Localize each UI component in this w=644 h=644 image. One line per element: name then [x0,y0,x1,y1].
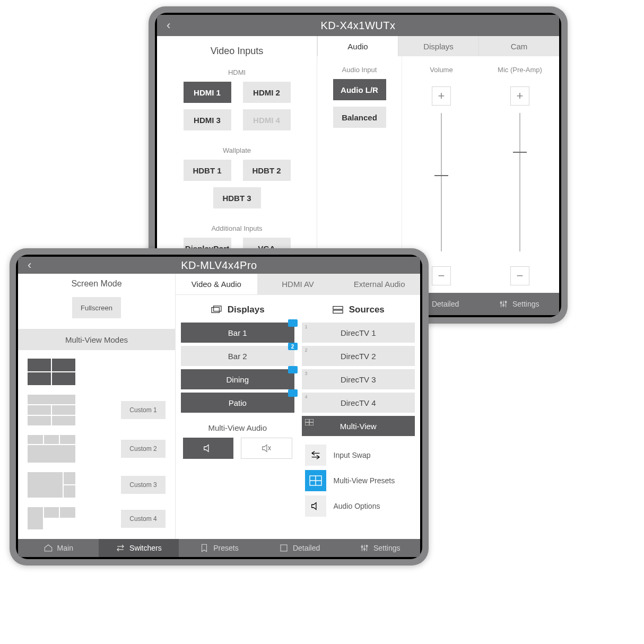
nav-main[interactable]: Main [18,539,99,557]
hdbt-1-button[interactable]: HDBT 1 [184,160,231,181]
svg-rect-4 [212,308,219,313]
hdmi-1-button[interactable]: HDMI 1 [184,82,231,103]
mic-minus-button[interactable]: − [510,266,529,285]
tab-cam[interactable]: Cam [478,36,559,56]
tab-hdmi-av[interactable]: HDMI AV [257,274,339,294]
tabs-front: Video & Audio HDMI AV External Audio [176,274,420,295]
src-idx: 3 [305,371,308,376]
num-badge: 2 [288,343,298,350]
source-label: Multi-View [340,422,377,431]
volume-slider[interactable] [441,113,442,251]
volume-label: Volume [430,66,452,74]
display-label: Bar 1 [228,328,247,337]
nav-settings[interactable]: Settings [340,539,420,557]
display-patio[interactable]: Patio [181,393,294,413]
fullscreen-button[interactable]: Fullscreen [72,297,121,318]
hdbt-3-button[interactable]: HDBT 3 [213,187,261,208]
source-directv3[interactable]: 3DirecTV 3 [302,369,415,389]
wallplate-label: Wallplate [223,146,251,154]
mic-slider[interactable] [519,113,520,251]
input-swap-row[interactable]: Input Swap [302,442,415,468]
source-label: DirecTV 3 [341,375,376,384]
nav-switchers-label: Switchers [129,544,162,552]
source-label: DirecTV 4 [341,398,376,407]
back-icon[interactable]: ‹ [28,258,31,272]
tab-external-audio[interactable]: External Audio [338,274,420,294]
sources-col: Sources 1DirecTV 1 2DirecTV 2 3DirecTV 3… [302,304,415,534]
nav-detailed[interactable]: Detailed [259,539,340,557]
content-front: Screen Mode Fullscreen Multi-View Modes … [18,274,420,539]
display-bar2[interactable]: Bar 22 [181,346,294,366]
nav-presets[interactable]: Presets [179,539,259,557]
nav-detailed-label: Detailed [432,300,459,308]
mic-thumb[interactable] [513,152,527,153]
displays-header-label: Displays [228,304,265,315]
svg-rect-10 [281,545,287,551]
plus-icon: + [438,89,445,103]
volume-minus-button[interactable]: − [432,266,451,285]
nav-main-label: Main [57,544,73,552]
sliders-icon [499,299,508,309]
titlebar-back: ‹ KD-X4x1WUTx [157,15,559,36]
nav-settings-back[interactable]: Settings [478,293,559,315]
speaker-mute-icon [260,442,272,454]
source-multiview[interactable]: Multi-View [302,416,415,436]
mv-preset-b[interactable] [28,435,75,463]
display-label: Dining [226,375,249,384]
source-directv1[interactable]: 1DirecTV 1 [302,323,415,343]
display-dining[interactable]: Dining [181,369,294,389]
tab-displays[interactable]: Displays [398,36,478,56]
balanced-button[interactable]: Balanced [333,107,386,128]
source-directv2[interactable]: 2DirecTV 2 [302,346,415,366]
mv-preset-c[interactable] [28,472,75,498]
mic-col: Mic (Pre-Amp) + − [481,56,559,293]
plus-icon: + [517,89,524,103]
hdbt-2-button[interactable]: HDBT 2 [243,160,291,181]
mv-preset-2x2[interactable] [28,359,75,385]
source-directv4[interactable]: 4DirecTV 4 [302,393,415,413]
src-idx: 4 [305,394,308,399]
nav-switchers[interactable]: Switchers [99,539,179,557]
grid-badge-icon [288,389,298,397]
mv-preset-d[interactable] [28,507,75,530]
tab-video-audio[interactable]: Video & Audio [176,274,257,294]
bottombar-front: Main Switchers Presets Detailed Settings [18,539,420,557]
svg-rect-7 [333,310,343,314]
back-icon[interactable]: ‹ [167,19,170,32]
mv-presets-row[interactable]: Multi-View Presets [302,468,415,493]
audio-options-label: Audio Options [334,502,380,510]
hdmi-3-button[interactable]: HDMI 3 [184,109,231,130]
minus-icon: − [438,269,445,283]
custom-2-button[interactable]: Custom 2 [121,440,166,458]
mv-audio-mute-button[interactable] [241,438,292,459]
hdmi-label: HDMI [228,68,246,76]
custom-4-button[interactable]: Custom 4 [121,510,166,528]
audio-options-row[interactable]: Audio Options [302,493,415,519]
mv-audio-on-button[interactable] [183,438,233,459]
tab-audio[interactable]: Audio [317,36,398,56]
additional-label: Additional Inputs [211,224,262,232]
mic-plus-button[interactable]: + [510,86,529,106]
custom-3-button[interactable]: Custom 3 [121,476,166,494]
displays-col: Displays Bar 1 Bar 22 Dining Patio Multi… [181,304,294,534]
volume-plus-button[interactable]: + [432,86,451,106]
svg-rect-5 [213,306,221,311]
mic-label: Mic (Pre-Amp) [498,66,542,74]
swap-icon [305,445,326,466]
audio-lr-button[interactable]: Audio L/R [333,79,386,100]
hdmi-4-button: HDMI 4 [243,109,291,130]
bookmark-icon [199,543,209,553]
hdmi-2-button[interactable]: HDMI 2 [243,82,291,103]
svg-rect-6 [333,307,343,310]
page-title: KD-MLV4x4Pro [18,259,420,272]
display-bar1[interactable]: Bar 1 [181,323,294,343]
volume-thumb[interactable] [434,175,448,176]
speaker-icon [305,495,326,517]
video-inputs-header: Video Inputs [211,46,264,57]
grid-badge-icon [288,319,298,327]
custom-1-button[interactable]: Custom 1 [121,401,166,419]
main-panel: Video & Audio HDMI AV External Audio Dis… [175,274,420,539]
multiview-modes-header: Multi-View Modes [18,329,175,350]
mv-preset-a[interactable] [28,395,75,425]
nav-settings-label: Settings [373,544,401,552]
